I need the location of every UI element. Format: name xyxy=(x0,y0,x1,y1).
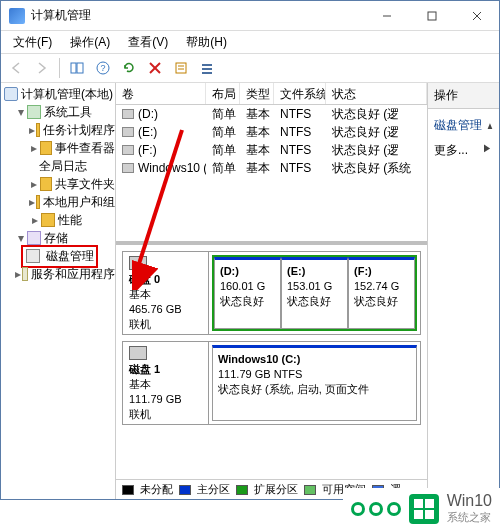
watermark-brand: Win10 xyxy=(447,492,492,510)
tree-disk-management-label: 磁盘管理 xyxy=(46,249,94,263)
tree-performance[interactable]: ▸ 性能 xyxy=(1,211,115,229)
volume-list-header[interactable]: 卷 布局 类型 文件系统 状态 xyxy=(116,83,427,105)
view-list-button[interactable] xyxy=(196,57,218,79)
tree-local-users-label: 本地用户和组 xyxy=(43,194,115,211)
volume-name: (E:) xyxy=(138,125,157,139)
disk-status: 联机 xyxy=(129,318,151,330)
highlight-disk-management: 磁盘管理 xyxy=(21,245,98,268)
action-disk-management[interactable]: 磁盘管理 ▲ xyxy=(434,113,493,138)
tree-services-apps[interactable]: ▸ 服务和应用程序 xyxy=(1,265,115,283)
col-filesystem[interactable]: 文件系统 xyxy=(274,83,326,104)
window-title: 计算机管理 xyxy=(31,7,364,24)
disk-label: 磁盘 0 xyxy=(129,273,160,285)
volume-type: 基本 xyxy=(240,142,274,159)
expand-icon[interactable]: ▸ xyxy=(15,268,21,280)
tree-disk-management[interactable]: 磁盘管理 xyxy=(1,247,115,265)
tree-task-scheduler-label: 任务计划程序 xyxy=(43,122,115,139)
content-pane: 卷 布局 类型 文件系统 状态 (D:) 简单 基本 NTFS 状态良好 (逻 … xyxy=(116,83,427,499)
volume-icon xyxy=(122,163,134,173)
tree-shared-folders[interactable]: ▸ 共享文件夹 xyxy=(1,175,115,193)
actions-header: 操作 xyxy=(428,83,499,109)
volume-row[interactable]: Windows10 (C:) 简单 基本 NTFS 状态良好 (系统 xyxy=(116,159,427,177)
watermark-site: 系统之家 xyxy=(447,510,492,525)
tree-local-users[interactable]: ▸ 本地用户和组 xyxy=(1,193,115,211)
partition[interactable]: (E:) 153.01 G 状态良好 xyxy=(281,257,348,329)
partition[interactable]: (F:) 152.74 G 状态良好 xyxy=(348,257,415,329)
tree-task-scheduler[interactable]: ▸ 任务计划程序 xyxy=(1,121,115,139)
partition-name: (D:) xyxy=(220,265,239,277)
titlebar[interactable]: 计算机管理 xyxy=(1,1,499,31)
disk-type: 基本 xyxy=(129,378,151,390)
volume-layout: 简单 xyxy=(206,160,240,177)
nav-forward-button[interactable] xyxy=(31,57,53,79)
nav-back-button[interactable] xyxy=(5,57,27,79)
col-type[interactable]: 类型 xyxy=(240,83,274,104)
volume-row[interactable]: (F:) 简单 基本 NTFS 状态良好 (逻 xyxy=(116,141,427,159)
partition-status: 状态良好 (系统, 启动, 页面文件 xyxy=(218,383,369,395)
tree-root[interactable]: 计算机管理(本地) xyxy=(1,85,115,103)
volume-icon xyxy=(122,109,134,119)
disk-label-panel[interactable]: 磁盘 0 基本 465.76 GB 联机 xyxy=(123,252,209,334)
tree-event-viewer[interactable]: ▸ 事件查看器 xyxy=(1,139,115,157)
tree-event-sub[interactable]: 全局日志 xyxy=(1,157,115,175)
partition-name: (F:) xyxy=(354,265,372,277)
maximize-button[interactable] xyxy=(409,1,454,30)
col-layout[interactable]: 布局 xyxy=(206,83,240,104)
volume-list[interactable]: (D:) 简单 基本 NTFS 状态良好 (逻 (E:) 简单 基本 NTFS … xyxy=(116,105,427,245)
help-button[interactable]: ? xyxy=(92,57,114,79)
col-status[interactable]: 状态 xyxy=(326,83,427,104)
storage-icon xyxy=(27,231,41,245)
disk-row[interactable]: 磁盘 1 基本 111.79 GB 联机 Windows10 (C:) 111.… xyxy=(122,341,421,425)
partition-size: 160.01 G xyxy=(220,280,265,292)
tree-performance-label: 性能 xyxy=(58,212,82,229)
volume-row[interactable]: (D:) 简单 基本 NTFS 状态良好 (逻 xyxy=(116,105,427,123)
expand-icon[interactable]: ▸ xyxy=(29,142,39,154)
partition[interactable]: Windows10 (C:) 111.79 GB NTFS 状态良好 (系统, … xyxy=(212,345,417,421)
menu-action[interactable]: 操作(A) xyxy=(62,32,118,53)
expand-icon[interactable]: ▸ xyxy=(29,178,39,190)
toolbar: ? xyxy=(1,53,499,83)
minimize-button[interactable] xyxy=(364,1,409,30)
volume-row[interactable]: (E:) 简单 基本 NTFS 状态良好 (逻 xyxy=(116,123,427,141)
expand-icon[interactable]: ▸ xyxy=(29,124,35,136)
volume-name: (F:) xyxy=(138,143,157,157)
svg-text:?: ? xyxy=(100,63,105,73)
show-hide-tree-button[interactable] xyxy=(66,57,88,79)
menu-help[interactable]: 帮助(H) xyxy=(178,32,235,53)
console-tree[interactable]: 计算机管理(本地) ▾ 系统工具 ▸ 任务计划程序 ▸ 事件查看器 全局日志 xyxy=(1,83,116,499)
volume-layout: 简单 xyxy=(206,142,240,159)
computer-icon xyxy=(4,87,18,101)
expand-icon[interactable]: ▸ xyxy=(29,214,40,226)
properties-button[interactable] xyxy=(170,57,192,79)
col-volume[interactable]: 卷 xyxy=(116,83,206,104)
partition[interactable]: (D:) 160.01 G 状态良好 xyxy=(214,257,281,329)
menu-view[interactable]: 查看(V) xyxy=(120,32,176,53)
delete-button[interactable] xyxy=(144,57,166,79)
tree-system-tools-label: 系统工具 xyxy=(44,104,92,121)
volume-icon xyxy=(122,145,134,155)
partition-name: (E:) xyxy=(287,265,305,277)
expand-icon[interactable]: ▸ xyxy=(29,196,35,208)
disk-label-panel[interactable]: 磁盘 1 基本 111.79 GB 联机 xyxy=(123,342,209,424)
disk-row[interactable]: 磁盘 0 基本 465.76 GB 联机 (D:) 160.01 G 状态良好 xyxy=(122,251,421,335)
action-disk-management-label: 磁盘管理 xyxy=(434,118,482,132)
close-button[interactable] xyxy=(454,1,499,30)
tree-system-tools[interactable]: ▾ 系统工具 xyxy=(1,103,115,121)
action-more[interactable]: 更多... ▶ xyxy=(434,138,493,163)
partition-status: 状态良好 xyxy=(354,295,398,307)
action-more-label: 更多... xyxy=(434,143,468,157)
swatch-free xyxy=(304,485,316,495)
disk-graphical-view[interactable]: 磁盘 0 基本 465.76 GB 联机 (D:) 160.01 G 状态良好 xyxy=(116,245,427,479)
volume-name: Windows10 (C:) xyxy=(138,161,206,175)
tree-event-sub-label: 全局日志 xyxy=(39,158,87,175)
body-panes: 计算机管理(本地) ▾ 系统工具 ▸ 任务计划程序 ▸ 事件查看器 全局日志 xyxy=(1,83,499,499)
refresh-button[interactable] xyxy=(118,57,140,79)
users-icon xyxy=(36,195,40,209)
collapse-icon[interactable]: ▾ xyxy=(15,106,26,118)
menu-file[interactable]: 文件(F) xyxy=(5,32,60,53)
collapse-icon[interactable]: ▾ xyxy=(15,232,26,244)
tree-shared-folders-label: 共享文件夹 xyxy=(55,176,115,193)
app-icon xyxy=(9,8,25,24)
swatch-unallocated xyxy=(122,485,134,495)
disk-icon xyxy=(129,256,147,270)
